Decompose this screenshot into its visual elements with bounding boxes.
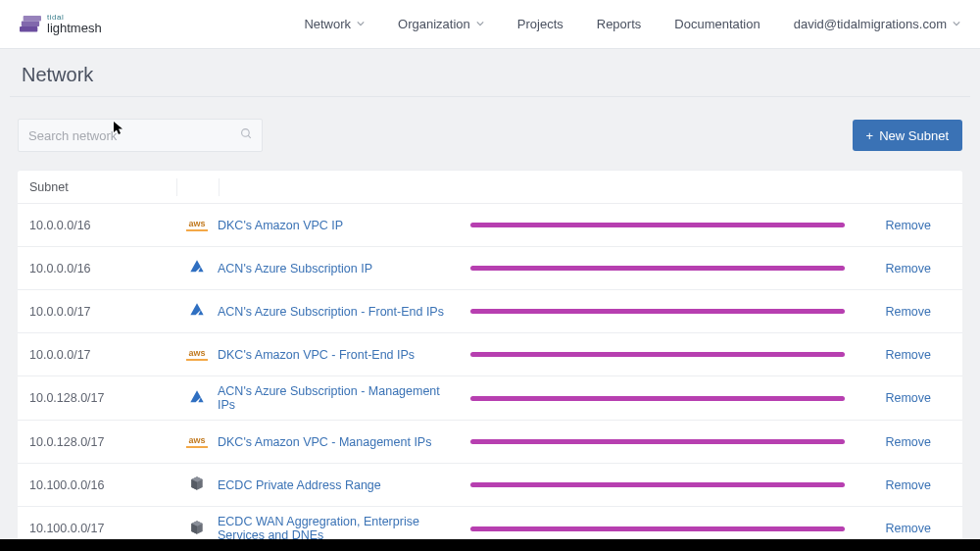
chevron-down-icon: [357, 20, 365, 29]
usage-bar-cell: [470, 396, 853, 401]
table-row[interactable]: 10.0.0.0/17ACN's Azure Subscription - Fr…: [18, 290, 962, 333]
search-input[interactable]: [18, 119, 263, 152]
svg-rect-2: [24, 16, 41, 21]
nav-item-label: david@tidalmigrations.com: [794, 17, 947, 31]
table-row[interactable]: 10.0.128.0/17awsDKC's Amazon VPC - Manag…: [18, 421, 962, 464]
subnet-name[interactable]: DKC's Amazon VPC IP: [218, 219, 470, 232]
toolbar: + New Subnet: [18, 107, 962, 170]
search-icon: [240, 127, 253, 143]
table-row[interactable]: 10.100.0.0/16ECDC Private Address RangeR…: [18, 464, 962, 507]
subnet-cidr: 10.100.0.0/17: [29, 522, 176, 535]
remove-button[interactable]: Remove: [853, 522, 931, 535]
subnet-cidr: 10.0.128.0/17: [29, 391, 176, 405]
provider-cell: [176, 520, 218, 538]
subnet-name[interactable]: ECDC Private Address Range: [218, 478, 470, 492]
azure-icon: [189, 389, 205, 408]
remove-button[interactable]: Remove: [853, 478, 931, 492]
aws-icon: aws: [186, 219, 208, 231]
provider-cell: aws: [176, 435, 218, 448]
svg-rect-0: [20, 25, 37, 30]
usage-bar-cell: [470, 223, 853, 227]
bottom-border: [0, 539, 980, 551]
plus-icon: +: [866, 128, 874, 143]
nav-item-label: Reports: [597, 17, 642, 31]
nav-item-network[interactable]: Network: [304, 17, 365, 31]
nav-item-projects[interactable]: Projects: [517, 17, 564, 31]
subnet-name[interactable]: ACN's Azure Subscription - Front-End IPs: [218, 305, 470, 319]
provider-cell: aws: [176, 348, 218, 361]
svg-point-3: [242, 129, 250, 137]
subnet-name[interactable]: DKC's Amazon VPC - Front-End IPs: [218, 348, 470, 362]
svg-rect-1: [22, 21, 39, 25]
subnet-cidr: 10.100.0.0/16: [29, 478, 176, 492]
azure-icon: [189, 259, 205, 277]
nav-items: NetworkOrganizationProjectsReportsDocume…: [304, 17, 960, 31]
nav-item-documentation[interactable]: Documentation: [674, 17, 760, 31]
chevron-down-icon: [476, 20, 484, 29]
usage-bar-cell: [470, 526, 853, 531]
provider-cell: aws: [176, 219, 218, 231]
brand-logo[interactable]: tidal lightmesh: [20, 14, 102, 34]
usage-bar: [470, 482, 845, 487]
aws-icon: aws: [186, 348, 208, 361]
aws-icon: aws: [186, 435, 208, 448]
svg-line-4: [248, 135, 251, 138]
usage-bar: [470, 352, 845, 357]
table-row[interactable]: 10.0.0.0/16ACN's Azure Subscription IPRe…: [18, 247, 962, 290]
search-wrap: [18, 119, 263, 152]
subnet-cidr: 10.0.0.0/16: [29, 219, 176, 232]
server-icon: [190, 476, 204, 494]
provider-cell: [176, 389, 218, 408]
usage-bar: [470, 439, 845, 444]
header-divider: [219, 178, 220, 196]
remove-button[interactable]: Remove: [853, 305, 931, 319]
subnet-name[interactable]: ACN's Azure Subscription - Management IP…: [218, 384, 470, 412]
page-title: Network: [22, 64, 958, 86]
remove-button[interactable]: Remove: [853, 262, 931, 276]
subnet-cidr: 10.0.0.0/17: [29, 305, 176, 319]
subnet-table: Subnet 10.0.0.0/16awsDKC's Amazon VPC IP…: [18, 170, 962, 551]
nav-item-david-tidalmigrations-com[interactable]: david@tidalmigrations.com: [794, 17, 960, 31]
top-navigation: tidal lightmesh NetworkOrganizationProje…: [0, 0, 980, 49]
content-card: + New Subnet Subnet 10.0.0.0/16awsDKC's …: [10, 96, 970, 551]
usage-bar: [470, 266, 845, 271]
usage-bar: [470, 309, 845, 314]
remove-button[interactable]: Remove: [853, 391, 931, 405]
subnet-cidr: 10.0.128.0/17: [29, 435, 176, 449]
new-subnet-button[interactable]: + New Subnet: [853, 120, 962, 151]
usage-bar-cell: [470, 439, 853, 444]
usage-bar: [470, 396, 845, 401]
page-header: Network: [0, 49, 980, 96]
subnet-name[interactable]: DKC's Amazon VPC - Management IPs: [218, 435, 470, 449]
subnet-name[interactable]: ECDC WAN Aggregration, Enterprise Servic…: [218, 515, 470, 542]
usage-bar: [470, 526, 845, 531]
brand-name: lightmesh: [47, 22, 102, 34]
nav-item-organization[interactable]: Organization: [398, 17, 484, 31]
chevron-down-icon: [953, 20, 960, 29]
new-subnet-label: New Subnet: [879, 128, 949, 143]
remove-button[interactable]: Remove: [853, 348, 931, 362]
table-row[interactable]: 10.0.0.0/17awsDKC's Amazon VPC - Front-E…: [18, 333, 962, 376]
provider-cell: [176, 302, 218, 321]
header-divider: [176, 178, 177, 196]
provider-cell: [176, 259, 218, 277]
azure-icon: [189, 302, 205, 321]
nav-item-reports[interactable]: Reports: [597, 17, 642, 31]
usage-bar-cell: [470, 482, 853, 487]
nav-item-label: Documentation: [674, 17, 760, 31]
table-header: Subnet: [18, 171, 962, 204]
usage-bar-cell: [470, 309, 853, 314]
remove-button[interactable]: Remove: [853, 435, 931, 449]
subnet-cidr: 10.0.0.0/16: [29, 262, 176, 276]
server-icon: [190, 520, 204, 538]
logo-icon: [20, 16, 41, 33]
usage-bar-cell: [470, 266, 853, 271]
table-row[interactable]: 10.0.0.0/16awsDKC's Amazon VPC IPRemove: [18, 204, 962, 247]
column-subnet-header: Subnet: [29, 180, 176, 194]
remove-button[interactable]: Remove: [853, 219, 931, 232]
table-row[interactable]: 10.0.128.0/17ACN's Azure Subscription - …: [18, 376, 962, 421]
usage-bar: [470, 223, 845, 227]
usage-bar-cell: [470, 352, 853, 357]
nav-item-label: Organization: [398, 17, 470, 31]
subnet-name[interactable]: ACN's Azure Subscription IP: [218, 262, 470, 276]
